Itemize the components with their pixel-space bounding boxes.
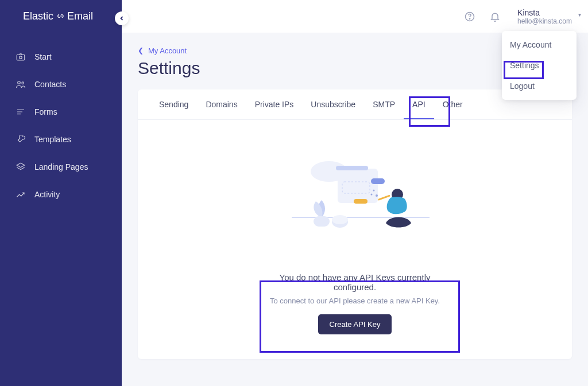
account-name: Kinsta: [517, 8, 540, 17]
svg-point-5: [469, 18, 470, 19]
svg-point-20: [373, 189, 375, 191]
tab-domains[interactable]: Domains: [197, 89, 246, 119]
settings-panel: Sending Domains Private IPs Unsubscribe …: [138, 89, 572, 359]
brand-logo[interactable]: Elastic Email: [0, 0, 122, 38]
tab-private-ips[interactable]: Private IPs: [246, 89, 303, 119]
sidebar-collapse-button[interactable]: [115, 11, 129, 25]
empty-state-illustration: [138, 120, 572, 252]
dropdown-item-my-account[interactable]: My Account: [502, 34, 577, 55]
svg-rect-10: [354, 199, 368, 204]
account-menu-trigger[interactable]: Kinsta hello@kinsta.com ▾: [514, 8, 572, 25]
api-empty-title: You do not have any API Keys currently c…: [268, 272, 442, 292]
help-icon[interactable]: [463, 10, 476, 23]
caret-down-icon: ▾: [578, 11, 581, 18]
create-api-key-button[interactable]: Create API Key: [318, 314, 392, 334]
svg-rect-9: [371, 178, 385, 184]
api-empty-subtitle: To connect to our API please create a ne…: [268, 297, 442, 305]
chevron-left-icon: ❮: [138, 46, 144, 54]
sidebar-item-label: Activity: [34, 190, 60, 199]
svg-rect-8: [336, 166, 368, 170]
sidebar-item-label: Contacts: [34, 80, 66, 89]
templates-icon: [15, 134, 26, 145]
account-email: hello@kinsta.com: [517, 17, 572, 25]
svg-point-19: [371, 193, 373, 195]
sidebar-item-templates[interactable]: Templates: [0, 126, 122, 153]
dropdown-item-logout[interactable]: Logout: [502, 76, 577, 96]
tab-smtp[interactable]: SMTP: [364, 89, 404, 119]
svg-point-18: [376, 194, 378, 197]
contacts-icon: [15, 79, 26, 90]
svg-rect-0: [17, 54, 25, 60]
sidebar: Elastic Email Start Contacts Forms: [0, 0, 122, 386]
sidebar-item-start[interactable]: Start: [0, 43, 122, 71]
sidebar-nav: Start Contacts Forms Templates Landing P…: [0, 38, 122, 213]
sidebar-item-label: Start: [34, 52, 52, 61]
svg-point-1: [20, 56, 22, 59]
sidebar-item-landing-pages[interactable]: Landing Pages: [0, 153, 122, 181]
tab-unsubscribe[interactable]: Unsubscribe: [302, 89, 364, 119]
landing-pages-icon: [15, 161, 26, 173]
svg-point-15: [332, 215, 348, 224]
sidebar-item-label: Forms: [34, 107, 57, 116]
svg-rect-13: [314, 216, 330, 227]
brand-word-2: Email: [67, 10, 93, 22]
link-icon: [57, 13, 65, 20]
tab-api[interactable]: API: [404, 89, 434, 119]
tab-sending[interactable]: Sending: [150, 89, 197, 119]
dropdown-item-settings[interactable]: Settings: [502, 55, 577, 76]
tab-other[interactable]: Other: [434, 89, 471, 119]
brand-word-1: Elastic: [23, 10, 53, 22]
account-dropdown: My Account Settings Logout: [502, 31, 577, 100]
sidebar-item-contacts[interactable]: Contacts: [0, 71, 122, 98]
api-empty-state: You do not have any API Keys currently c…: [257, 263, 453, 347]
topbar: Kinsta hello@kinsta.com ▾: [122, 0, 588, 33]
forms-icon: [15, 106, 26, 118]
sidebar-item-activity[interactable]: Activity: [0, 181, 122, 208]
activity-icon: [15, 189, 26, 200]
svg-rect-7: [338, 169, 378, 203]
breadcrumb-label: My Account: [148, 46, 187, 55]
sidebar-item-forms[interactable]: Forms: [0, 98, 122, 126]
svg-rect-17: [378, 194, 390, 200]
sidebar-item-label: Landing Pages: [34, 162, 88, 171]
svg-point-2: [18, 81, 21, 84]
svg-point-3: [22, 82, 24, 84]
bell-icon[interactable]: [489, 10, 501, 23]
camera-icon: [15, 51, 26, 63]
sidebar-item-label: Templates: [34, 135, 71, 144]
breadcrumb[interactable]: ❮ My Account: [138, 46, 187, 55]
